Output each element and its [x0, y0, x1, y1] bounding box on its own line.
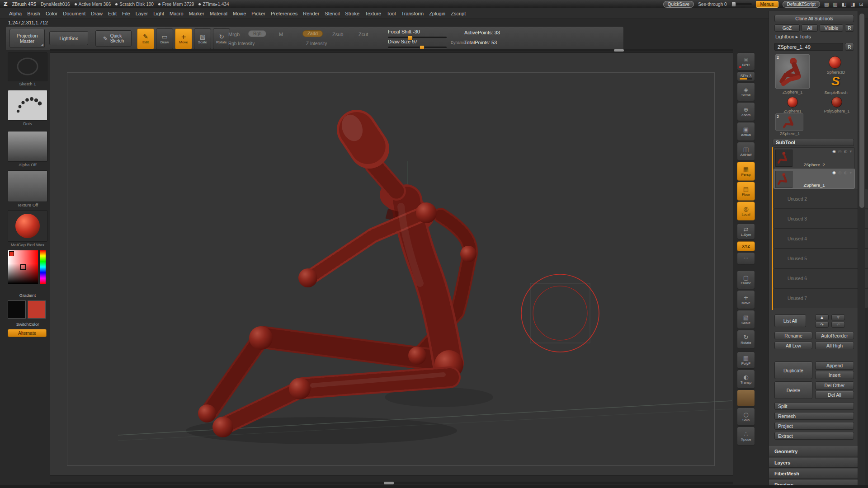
viewport-3d[interactable] — [50, 52, 733, 476]
alpha-thumbnail[interactable] — [8, 131, 47, 162]
menu-item-draw[interactable]: Draw — [88, 10, 105, 17]
menu-item-movie[interactable]: Movie — [230, 10, 249, 17]
remesh-button[interactable]: Remesh — [774, 412, 854, 420]
caret-icon[interactable]: ▾ — [849, 149, 852, 154]
subtool-move-down-list-button[interactable]: ↷ — [815, 322, 829, 328]
xpose-button[interactable]: ∴ Xpose — [737, 427, 755, 446]
hue-strip[interactable] — [39, 250, 46, 284]
lightbox-tools-breadcrumb[interactable]: Lightbox ▸ Tools — [775, 34, 811, 40]
fibermesh-section-header[interactable]: FiberMesh — [769, 469, 863, 479]
eye-icon[interactable]: ◎ — [838, 149, 842, 154]
alternate-button[interactable]: Alternate — [8, 329, 47, 337]
spix-slider[interactable]: SPix 3 — [737, 71, 755, 81]
lightbox-button[interactable]: LightBox — [49, 31, 88, 45]
subtool-slot-unused-4[interactable]: Unused 4 — [774, 229, 868, 249]
menu-item-layer[interactable]: Layer — [133, 10, 151, 17]
goz-visible-button[interactable]: Visible — [820, 24, 843, 32]
scroll-handle[interactable] — [614, 49, 624, 52]
quick-sketch-button[interactable]: ✎ Quick Sketch — [95, 30, 132, 47]
menu-item-tool[interactable]: Tool — [384, 10, 398, 17]
menu-item-render[interactable]: Render — [300, 10, 322, 17]
focal-shift-slider[interactable] — [388, 37, 447, 38]
goz-r-button[interactable]: R — [845, 24, 854, 32]
layers-section-header[interactable]: Layers — [769, 458, 863, 468]
scroll-handle[interactable] — [859, 14, 864, 208]
subtool-slot-unused-2[interactable]: Unused 2 — [774, 189, 868, 209]
aahalf-button[interactable]: ◫ AAHalf — [737, 142, 755, 161]
duplicate-button[interactable]: Duplicate — [774, 361, 812, 379]
canvas-hscrollbar-bottom[interactable] — [50, 482, 733, 484]
scale-viewport-button[interactable]: ▧ Scale — [737, 310, 755, 329]
rotate-viewport-button[interactable]: ↻ Rotate — [737, 330, 755, 349]
window-split-icon[interactable]: ▥ — [833, 1, 837, 7]
zadd-button[interactable]: Zadd — [302, 30, 323, 37]
list-all-button[interactable]: List All — [774, 314, 806, 327]
texture-thumbnail[interactable] — [8, 170, 47, 202]
subtool-section-header[interactable]: SubTool — [773, 139, 854, 146]
edit-mode-button[interactable]: ✎ Edit — [137, 28, 154, 49]
menu-item-material[interactable]: Material — [207, 10, 230, 17]
sphere3d-tool[interactable] — [829, 56, 841, 69]
lsym-toggle[interactable]: ⇄ L.Sym — [737, 223, 755, 239]
caret-icon[interactable]: ▾ — [849, 170, 852, 175]
tool-r-button[interactable]: R — [845, 43, 854, 51]
menu-item-document[interactable]: Document — [60, 10, 88, 17]
simplebrush-tool[interactable]: S — [831, 74, 840, 89]
solo-toggle[interactable]: ○ Solo — [737, 408, 755, 426]
menus-button[interactable]: Menus — [756, 1, 778, 8]
subtool-down-button[interactable]: ▼ — [831, 314, 845, 320]
palette-scrollbar[interactable] — [858, 11, 865, 488]
zcut-button[interactable]: Zcut — [359, 32, 368, 37]
floor-grid-toggle[interactable]: ▤ Floor — [737, 182, 755, 201]
clone-all-subtools-button[interactable]: Clone All SubTools — [774, 15, 854, 22]
zoom-tool-button[interactable]: ⊕ Zoom — [737, 102, 755, 121]
window-layout-icon[interactable]: ▤ — [824, 1, 829, 7]
menu-item-stroke[interactable]: Stroke — [342, 10, 362, 17]
subtool-slot-unused-5[interactable]: Unused 5 — [774, 249, 868, 268]
perspective-toggle[interactable]: ▦ Persp — [737, 162, 755, 181]
subtool-up-button[interactable]: ▲ — [815, 314, 829, 320]
eye-visible-icon[interactable]: ◉ — [832, 170, 836, 175]
menu-item-texture[interactable]: Texture — [362, 10, 384, 17]
subtool-slot-unused-3[interactable]: Unused 3 — [774, 209, 868, 229]
color-selector-crosshair[interactable] — [21, 265, 25, 269]
secondary-color-swatch[interactable] — [28, 300, 46, 319]
rotate-mode-button[interactable]: ↻ Rotate — [213, 28, 230, 49]
active-tool-name[interactable]: ZSphere_1. 49 — [774, 43, 843, 51]
local-transform-toggle[interactable]: ◎ Local — [737, 202, 755, 221]
project-button[interactable]: Project — [774, 422, 854, 430]
recent-tool-thumbnail[interactable]: 2 — [775, 113, 803, 131]
menu-item-zplugin[interactable]: Zplugin — [426, 10, 448, 17]
switchcolor-button[interactable]: SwitchColor — [8, 322, 47, 327]
default-zscript-button[interactable]: DefaultZScript — [783, 1, 820, 8]
dynamic-toggle[interactable]: Dynamic — [451, 40, 466, 45]
menu-item-macro[interactable]: Macro — [167, 10, 186, 17]
mrgb-button[interactable]: Mrgb — [228, 32, 240, 37]
menu-item-stencil[interactable]: Stencil — [322, 10, 342, 17]
draw-mode-button[interactable]: ▭ Draw — [156, 28, 173, 49]
move-viewport-button[interactable]: + Move — [737, 290, 755, 309]
quicksave-button[interactable]: QuickSave — [663, 1, 694, 8]
paint-icon[interactable]: ◐ — [844, 149, 848, 154]
bpr-button[interactable]: ▣ BPR — [737, 52, 755, 70]
saturation-square[interactable] — [8, 250, 38, 284]
rgb-intensity-slider-label[interactable]: Rgb Intensity — [228, 41, 255, 46]
geometry-section-header[interactable]: Geometry — [769, 446, 863, 456]
subtool-move-up-list-button[interactable]: ↶ — [831, 322, 845, 328]
zsphere1-tool[interactable] — [787, 97, 798, 108]
polysphere-tool[interactable] — [831, 97, 842, 108]
zsub-button[interactable]: Zsub — [332, 32, 343, 37]
rgb-button[interactable]: Rgb — [248, 30, 266, 37]
active-tool-thumbnail[interactable]: 2 — [775, 54, 810, 89]
eye-visible-icon[interactable]: ◉ — [832, 149, 836, 154]
subtool-slot-unused-7[interactable]: Unused 7 — [774, 288, 868, 308]
actual-size-button[interactable]: ▣ Actual — [737, 122, 755, 141]
autoreorder-button[interactable]: AutoReorder — [815, 332, 854, 339]
draw-size-slider[interactable] — [388, 47, 447, 48]
stroke-thumbnail[interactable] — [8, 90, 47, 121]
all-low-button[interactable]: All Low — [774, 342, 812, 349]
window-right-icon[interactable]: ◨ — [850, 1, 855, 7]
subtool-slot-unused-6[interactable]: Unused 6 — [774, 268, 868, 288]
move-mode-button[interactable]: + Move — [175, 28, 192, 49]
rename-button[interactable]: Rename — [774, 332, 812, 339]
